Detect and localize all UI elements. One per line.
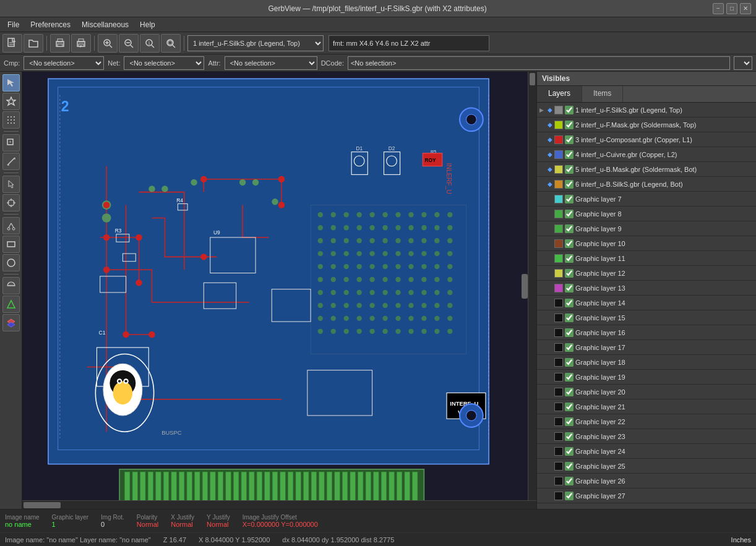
layer-visibility-checkbox[interactable] [565,195,573,203]
zoom-in-left-button[interactable]: + [2,134,20,151]
layer-visibility-checkbox[interactable] [565,210,573,218]
attr-selector[interactable]: <No selection> [225,56,317,70]
layer-visibility-checkbox[interactable] [565,165,573,174]
layer-visibility-checkbox[interactable] [565,106,573,114]
zoom-fit-button[interactable]: 1 [140,34,160,53]
layer-visibility-checkbox[interactable] [565,447,573,456]
rect-button[interactable] [2,236,20,253]
layer-item-3[interactable]: ◆3 interf_u-Composant.gbr (Copper, L1) [537,132,756,147]
pointer-button[interactable] [2,176,20,193]
grid-button[interactable] [2,111,20,129]
layer-visibility-checkbox[interactable] [565,477,573,485]
layer-visibility-checkbox[interactable] [565,314,573,322]
layer-visibility-checkbox[interactable] [565,403,573,411]
half-circle-button[interactable] [2,277,20,294]
vscroll-thumb[interactable] [530,73,535,85]
print2-button[interactable]: P [71,34,91,53]
layer-item-6[interactable]: ◆6 interf_u-B.SilkS.gbr (Legend, Bot) [537,177,756,192]
cmp-selector[interactable]: <No selection> [24,56,104,70]
layer-item-15[interactable]: ◆Graphic layer 15 [537,310,756,325]
close-button[interactable]: ✕ [740,3,751,14]
layer-item-24[interactable]: ◆Graphic layer 24 [537,444,756,459]
print-button[interactable] [50,34,70,53]
dcode-label: DCode: [321,59,344,67]
layer-visibility-checkbox[interactable] [565,239,573,248]
menu-miscellaneous[interactable]: Miscellaneous [77,19,134,30]
layer-visibility-checkbox[interactable] [565,373,573,382]
layer-item-20[interactable]: ◆Graphic layer 20 [537,385,756,399]
layer-visibility-checkbox[interactable] [565,417,573,426]
layer-visibility-checkbox[interactable] [565,254,573,263]
menu-help[interactable]: Help [135,19,160,30]
layer-visibility-checkbox[interactable] [565,269,573,278]
layer-item-16[interactable]: ◆Graphic layer 16 [537,325,756,340]
layer-visibility-checkbox[interactable] [565,328,573,337]
dcode-selector[interactable]: ▼ [734,56,752,70]
layer-visibility-checkbox[interactable] [565,135,573,144]
menu-file[interactable]: File [2,19,24,30]
layer-item-10[interactable]: ◆Graphic layer 10 [537,236,756,251]
tab-items[interactable]: Items [582,86,623,102]
zoom-area-button[interactable] [161,34,181,53]
layer-item-12[interactable]: ◆Graphic layer 12 [537,266,756,281]
svg-point-164 [408,329,413,334]
layer-item-26[interactable]: ◆Graphic layer 26 [537,474,756,488]
hscroll-thumb[interactable] [24,502,61,508]
maximize-button[interactable]: □ [726,3,737,14]
layer-item-11[interactable]: ◆Graphic layer 11 [537,251,756,266]
layer-item-8[interactable]: ◆Graphic layer 8 [537,207,756,221]
layer-item-17[interactable]: ◆Graphic layer 17 [537,340,756,355]
layer-visibility-checkbox[interactable] [565,358,573,367]
layer-visibility-checkbox[interactable] [565,299,573,307]
layer-item-22[interactable]: ◆Graphic layer 22 [537,414,756,429]
fill-button[interactable] [2,296,20,313]
layer-item-25[interactable]: ◆Graphic layer 25 [537,459,756,474]
menu-preferences[interactable]: Preferences [25,19,75,30]
layer-item-7[interactable]: ◆Graphic layer 7 [537,192,756,207]
scroll-right-tab[interactable] [522,274,528,299]
pcb-viewport[interactable]: 2 [22,72,528,500]
circle-button[interactable] [2,254,20,271]
highlight-tool-button[interactable] [2,93,20,110]
layer-item-21[interactable]: ◆Graphic layer 21 [537,399,756,414]
crosshair-button[interactable] [2,194,20,211]
select-tool-button[interactable] [2,74,20,92]
layer-visibility-checkbox[interactable] [565,284,573,292]
layer-item-9[interactable]: ◆Graphic layer 9 [537,221,756,236]
layer-visibility-checkbox[interactable] [565,224,573,233]
layer-item-23[interactable]: ◆Graphic layer 23 [537,429,756,444]
zoom-out-button[interactable] [119,34,139,53]
layer-visibility-checkbox[interactable] [565,432,573,441]
zoom-in-button[interactable] [98,34,118,53]
layer-item-4[interactable]: ◆4 interf_u-Cuivre.gbr (Copper, L2) [537,147,756,162]
layer-item-2[interactable]: ◆2 interf_u-F.Mask.gbr (Soldermask, Top) [537,117,756,132]
layer-item-27[interactable]: ◆Graphic layer 27 [537,488,756,503]
file-selector[interactable]: 1 interf_u-F.SilkS.gbr (Legend, Top) [187,35,324,51]
layer-visibility-checkbox[interactable] [565,180,573,189]
dcode-input[interactable] [348,56,730,70]
minimize-button[interactable]: − [713,3,724,14]
svg-rect-245 [358,472,363,500]
cut-button[interactable] [2,217,20,234]
layer-item-5[interactable]: ◆5 interf_u-B.Mask.gbr (Soldermask, Bot) [537,162,756,177]
layer-visibility-checkbox[interactable] [565,343,573,352]
layer-visibility-checkbox[interactable] [565,121,573,129]
tab-layers[interactable]: Layers [537,86,582,102]
layer-item-19[interactable]: ◆Graphic layer 19 [537,370,756,385]
layer-visibility-checkbox[interactable] [565,388,573,396]
open-button[interactable] [24,34,43,53]
layer-item-1[interactable]: ▶◆1 interf_u-F.SilkS.gbr (Legend, Top) [537,103,756,117]
x-justify-value: Normal [171,521,194,528]
net-selector[interactable]: <No selection> [124,56,204,70]
layer-visibility-checkbox[interactable] [565,462,573,471]
layer-visibility-checkbox[interactable] [565,150,573,159]
layer-item-13[interactable]: ◆Graphic layer 13 [537,281,756,296]
measure-button[interactable] [2,153,20,170]
vertical-scrollbar[interactable] [528,72,536,500]
layer-item-18[interactable]: ◆Graphic layer 18 [537,355,756,370]
horizontal-scrollbar[interactable] [22,500,536,509]
new-button[interactable] [2,34,22,53]
layer-item-14[interactable]: ◆Graphic layer 14 [537,296,756,310]
layers-button[interactable] [2,314,20,331]
layer-visibility-checkbox[interactable] [565,492,573,500]
